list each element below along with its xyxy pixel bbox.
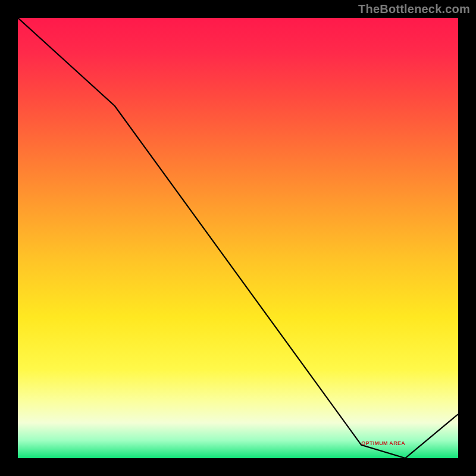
chart-frame: TheBottleneck.com OPTIMUM AREA xyxy=(0,0,476,476)
chart-svg-layer: OPTIMUM AREA xyxy=(18,18,458,458)
watermark-label: TheBottleneck.com xyxy=(358,2,470,16)
optimum-area-annotation: OPTIMUM AREA xyxy=(361,440,405,446)
bottleneck-curve xyxy=(18,18,458,458)
chart-plot-area: OPTIMUM AREA xyxy=(18,18,458,458)
